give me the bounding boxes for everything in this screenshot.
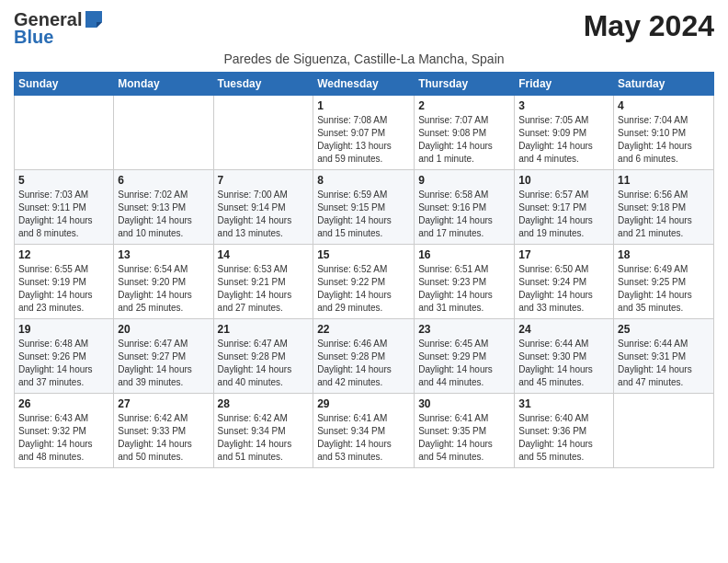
day-info: Sunrise: 6:42 AM Sunset: 9:33 PM Dayligh…	[118, 412, 209, 464]
calendar-week-row: 26Sunrise: 6:43 AM Sunset: 9:32 PM Dayli…	[15, 394, 714, 468]
day-info: Sunrise: 6:41 AM Sunset: 9:34 PM Dayligh…	[317, 412, 410, 464]
day-info: Sunrise: 6:42 AM Sunset: 9:34 PM Dayligh…	[218, 412, 310, 464]
day-number: 17	[518, 248, 609, 261]
day-number: 30	[418, 397, 510, 410]
logo-text-blue: Blue	[14, 27, 53, 48]
calendar-cell: 7Sunrise: 7:00 AM Sunset: 9:14 PM Daylig…	[213, 170, 313, 245]
day-number: 26	[18, 397, 109, 410]
day-info: Sunrise: 6:59 AM Sunset: 9:15 PM Dayligh…	[317, 189, 410, 240]
calendar-cell: 12Sunrise: 6:55 AM Sunset: 9:19 PM Dayli…	[15, 245, 114, 319]
day-number: 29	[317, 397, 410, 410]
day-number: 28	[218, 397, 310, 410]
calendar-cell: 29Sunrise: 6:41 AM Sunset: 9:34 PM Dayli…	[313, 394, 415, 468]
calendar-cell: 20Sunrise: 6:47 AM Sunset: 9:27 PM Dayli…	[114, 319, 213, 394]
day-number: 11	[618, 174, 710, 187]
calendar-cell: 21Sunrise: 6:47 AM Sunset: 9:28 PM Dayli…	[213, 319, 313, 394]
calendar-cell: 1Sunrise: 7:08 AM Sunset: 9:07 PM Daylig…	[313, 96, 415, 170]
day-number: 7	[218, 174, 310, 187]
day-info: Sunrise: 6:41 AM Sunset: 9:35 PM Dayligh…	[418, 412, 510, 464]
day-number: 20	[118, 323, 209, 336]
calendar-cell: 6Sunrise: 7:02 AM Sunset: 9:13 PM Daylig…	[114, 170, 213, 245]
calendar-cell: 4Sunrise: 7:04 AM Sunset: 9:10 PM Daylig…	[614, 96, 714, 170]
calendar-cell: 18Sunrise: 6:49 AM Sunset: 9:25 PM Dayli…	[614, 245, 714, 319]
calendar-cell: 11Sunrise: 6:56 AM Sunset: 9:18 PM Dayli…	[614, 170, 714, 245]
day-info: Sunrise: 6:44 AM Sunset: 9:30 PM Dayligh…	[518, 338, 609, 389]
calendar-cell: 19Sunrise: 6:48 AM Sunset: 9:26 PM Dayli…	[15, 319, 114, 394]
day-info: Sunrise: 6:52 AM Sunset: 9:22 PM Dayligh…	[317, 263, 410, 315]
calendar-header-row: SundayMondayTuesdayWednesdayThursdayFrid…	[15, 73, 714, 96]
calendar-cell: 13Sunrise: 6:54 AM Sunset: 9:20 PM Dayli…	[114, 245, 213, 319]
day-number: 16	[418, 248, 510, 261]
day-info: Sunrise: 6:56 AM Sunset: 9:18 PM Dayligh…	[618, 189, 710, 240]
calendar-cell: 16Sunrise: 6:51 AM Sunset: 9:23 PM Dayli…	[415, 245, 515, 319]
day-info: Sunrise: 6:47 AM Sunset: 9:28 PM Dayligh…	[218, 338, 310, 389]
day-info: Sunrise: 6:45 AM Sunset: 9:29 PM Dayligh…	[418, 338, 510, 389]
day-info: Sunrise: 6:53 AM Sunset: 9:21 PM Dayligh…	[218, 263, 310, 315]
calendar-cell: 25Sunrise: 6:44 AM Sunset: 9:31 PM Dayli…	[614, 319, 714, 394]
calendar-cell	[213, 96, 313, 170]
subtitle: Paredes de Siguenza, Castille-La Mancha,…	[14, 52, 714, 66]
day-number: 8	[317, 174, 410, 187]
weekday-header: Saturday	[614, 73, 714, 96]
svg-marker-0	[85, 11, 102, 28]
month-title: May 2024	[584, 9, 714, 43]
calendar-cell: 23Sunrise: 6:45 AM Sunset: 9:29 PM Dayli…	[415, 319, 515, 394]
day-info: Sunrise: 6:54 AM Sunset: 9:20 PM Dayligh…	[118, 263, 209, 315]
day-number: 15	[317, 248, 410, 261]
calendar-cell: 31Sunrise: 6:40 AM Sunset: 9:36 PM Dayli…	[515, 394, 614, 468]
calendar-cell: 22Sunrise: 6:46 AM Sunset: 9:28 PM Dayli…	[313, 319, 415, 394]
day-info: Sunrise: 7:00 AM Sunset: 9:14 PM Dayligh…	[218, 189, 310, 240]
calendar-cell: 3Sunrise: 7:05 AM Sunset: 9:09 PM Daylig…	[515, 96, 614, 170]
day-number: 31	[518, 397, 609, 410]
calendar-cell: 8Sunrise: 6:59 AM Sunset: 9:15 PM Daylig…	[313, 170, 415, 245]
calendar-week-row: 19Sunrise: 6:48 AM Sunset: 9:26 PM Dayli…	[15, 319, 714, 394]
day-number: 9	[418, 174, 510, 187]
day-number: 23	[418, 323, 510, 336]
day-number: 27	[118, 397, 209, 410]
day-info: Sunrise: 6:51 AM Sunset: 9:23 PM Dayligh…	[418, 263, 510, 315]
day-number: 25	[618, 323, 710, 336]
calendar-cell: 27Sunrise: 6:42 AM Sunset: 9:33 PM Dayli…	[114, 394, 213, 468]
calendar-cell: 17Sunrise: 6:50 AM Sunset: 9:24 PM Dayli…	[515, 245, 614, 319]
weekday-header: Sunday	[15, 73, 114, 96]
calendar-cell: 9Sunrise: 6:58 AM Sunset: 9:16 PM Daylig…	[415, 170, 515, 245]
day-info: Sunrise: 6:49 AM Sunset: 9:25 PM Dayligh…	[618, 263, 710, 315]
day-number: 10	[518, 174, 609, 187]
calendar-week-row: 5Sunrise: 7:03 AM Sunset: 9:11 PM Daylig…	[15, 170, 714, 245]
day-info: Sunrise: 6:46 AM Sunset: 9:28 PM Dayligh…	[317, 338, 410, 389]
day-number: 4	[618, 99, 710, 112]
weekday-header: Monday	[114, 73, 213, 96]
calendar-cell: 10Sunrise: 6:57 AM Sunset: 9:17 PM Dayli…	[515, 170, 614, 245]
calendar-cell: 28Sunrise: 6:42 AM Sunset: 9:34 PM Dayli…	[213, 394, 313, 468]
day-number: 1	[317, 99, 410, 112]
calendar-week-row: 1Sunrise: 7:08 AM Sunset: 9:07 PM Daylig…	[15, 96, 714, 170]
calendar-cell: 14Sunrise: 6:53 AM Sunset: 9:21 PM Dayli…	[213, 245, 313, 319]
day-number: 14	[218, 248, 310, 261]
calendar-cell	[114, 96, 213, 170]
day-info: Sunrise: 6:43 AM Sunset: 9:32 PM Dayligh…	[18, 412, 109, 464]
day-number: 3	[518, 99, 609, 112]
day-number: 18	[618, 248, 710, 261]
calendar-cell	[15, 96, 114, 170]
page-header: General Blue May 2024	[14, 9, 714, 48]
calendar-cell: 2Sunrise: 7:07 AM Sunset: 9:08 PM Daylig…	[415, 96, 515, 170]
calendar-cell: 24Sunrise: 6:44 AM Sunset: 9:30 PM Dayli…	[515, 319, 614, 394]
calendar-cell: 26Sunrise: 6:43 AM Sunset: 9:32 PM Dayli…	[15, 394, 114, 468]
day-number: 21	[218, 323, 310, 336]
day-info: Sunrise: 6:55 AM Sunset: 9:19 PM Dayligh…	[18, 263, 109, 315]
day-info: Sunrise: 7:04 AM Sunset: 9:10 PM Dayligh…	[618, 114, 710, 166]
day-info: Sunrise: 7:02 AM Sunset: 9:13 PM Dayligh…	[118, 189, 209, 240]
day-info: Sunrise: 6:47 AM Sunset: 9:27 PM Dayligh…	[118, 338, 209, 389]
calendar-cell: 30Sunrise: 6:41 AM Sunset: 9:35 PM Dayli…	[415, 394, 515, 468]
day-info: Sunrise: 6:50 AM Sunset: 9:24 PM Dayligh…	[518, 263, 609, 315]
day-number: 6	[118, 174, 209, 187]
calendar-cell	[614, 394, 714, 468]
day-number: 13	[118, 248, 209, 261]
calendar-cell: 5Sunrise: 7:03 AM Sunset: 9:11 PM Daylig…	[15, 170, 114, 245]
logo-icon	[84, 9, 104, 29]
weekday-header: Wednesday	[313, 73, 415, 96]
day-number: 12	[18, 248, 109, 261]
calendar-week-row: 12Sunrise: 6:55 AM Sunset: 9:19 PM Dayli…	[15, 245, 714, 319]
day-number: 5	[18, 174, 109, 187]
calendar-cell: 15Sunrise: 6:52 AM Sunset: 9:22 PM Dayli…	[313, 245, 415, 319]
